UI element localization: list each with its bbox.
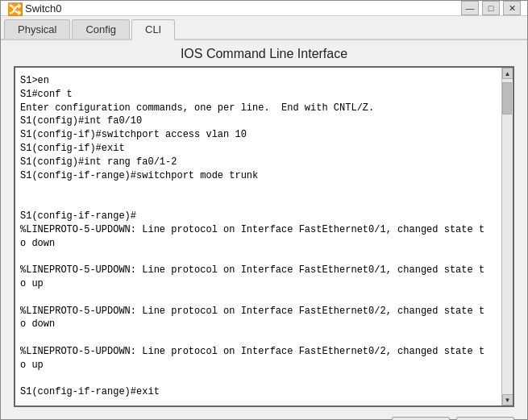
minimize-button[interactable]: — (461, 1, 479, 15)
title-bar: 🔀 Switch0 — □ ✕ (1, 1, 527, 16)
main-window: 🔀 Switch0 — □ ✕ Physical Config CLI IOS … (0, 0, 528, 420)
maximize-button[interactable]: □ (482, 1, 500, 15)
tab-config[interactable]: Config (72, 19, 130, 39)
bottom-bar: Copy Paste (1, 412, 527, 420)
tab-bar: Physical Config CLI (1, 16, 527, 40)
paste-button[interactable]: Paste (456, 417, 514, 420)
scroll-down-button[interactable]: ▼ (502, 394, 513, 405)
window-icon: 🔀 (7, 2, 20, 15)
title-bar-left: 🔀 Switch0 (7, 2, 62, 15)
scroll-up-button[interactable]: ▲ (502, 68, 513, 79)
scrollbar[interactable]: ▲ ▼ (501, 68, 513, 405)
scrollbar-track[interactable] (502, 79, 513, 394)
terminal-wrapper: S1>en S1#conf t Enter configuration comm… (14, 66, 514, 407)
close-button[interactable]: ✕ (503, 1, 521, 15)
cli-area: S1>en S1#conf t Enter configuration comm… (1, 66, 527, 412)
title-bar-controls: — □ ✕ (461, 1, 521, 15)
tab-physical[interactable]: Physical (4, 19, 70, 39)
window-title: Switch0 (25, 2, 62, 15)
copy-button[interactable]: Copy (392, 417, 450, 420)
tab-cli[interactable]: CLI (131, 19, 175, 40)
page-title: IOS Command Line Interface (1, 40, 527, 66)
scrollbar-thumb[interactable] (502, 82, 512, 114)
terminal-output[interactable]: S1>en S1#conf t Enter configuration comm… (15, 68, 501, 405)
